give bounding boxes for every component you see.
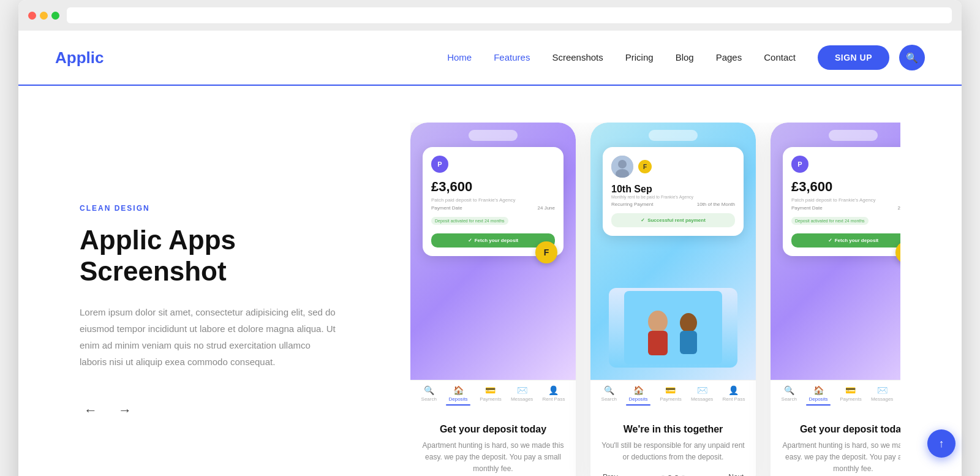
nav-item-home[interactable]: Home <box>447 52 472 63</box>
app-amount-1: £3,600 <box>431 179 555 195</box>
address-bar[interactable] <box>67 7 952 23</box>
app-avatar-3: P <box>791 156 809 173</box>
nav-link-pages[interactable]: Pages <box>716 52 742 62</box>
phone-bottom-nav-1: 🔍 Search 🏠 Deposits 💳 Payments ✉️ <box>410 380 576 412</box>
bottom-label-messages-3: Messages <box>871 396 893 402</box>
bottom-nav-messages-1[interactable]: ✉️ Messages <box>511 385 533 406</box>
search-icon: 🔍 <box>906 52 918 64</box>
bottom-nav-payments-3[interactable]: 💳 Payments <box>840 385 862 406</box>
svg-point-4 <box>648 311 668 333</box>
bottom-nav-deposits-3[interactable]: 🏠 Deposits <box>806 385 831 406</box>
payment-date-val-3: 24 June <box>898 205 900 211</box>
section-tag: CLEAN DESIGN <box>80 204 374 213</box>
app-amount-3: £3,600 <box>791 179 900 195</box>
bottom-label-payments-3: Payments <box>840 396 862 402</box>
bottom-nav-rentpass-2[interactable]: 👤 Rent Pass <box>722 385 745 406</box>
success-badge-2: ✓ Successful rent payment <box>611 213 735 227</box>
fab-card-1: F <box>535 241 557 263</box>
rentpass-icon-2: 👤 <box>728 385 739 395</box>
nav-item-blog[interactable]: Blog <box>676 52 694 63</box>
phone-card-3: P £3,600 Patch paid deposit to Frankie's… <box>771 123 900 476</box>
bottom-nav-messages-2[interactable]: ✉️ Messages <box>691 385 713 406</box>
browser-chrome <box>18 0 962 31</box>
bottom-label-rentpass-2: Rent Pass <box>722 396 745 402</box>
traffic-lights <box>28 12 59 20</box>
active-indicator-1 <box>446 404 470 406</box>
payment-date-val-1: 24 June <box>538 205 555 211</box>
next-text-2[interactable]: Next <box>728 473 744 476</box>
fetch-deposit-btn-1[interactable]: ✓ Fetch your deposit <box>431 233 555 247</box>
page-fab-button[interactable]: ↑ <box>927 429 956 458</box>
app-avatar-1: P <box>431 156 448 173</box>
bottom-nav-rentpass-1[interactable]: 👤 Rent Pass <box>542 385 565 406</box>
fetch-deposit-btn-3[interactable]: ✓ Fetch your deposit <box>791 233 900 247</box>
app-card-together: F 10th Sep Monthly rent to be paid to Fr… <box>603 147 744 236</box>
nav-link-blog[interactable]: Blog <box>676 52 694 62</box>
nav-item-pages[interactable]: Pages <box>716 52 742 63</box>
nav-link-features[interactable]: Features <box>494 52 530 62</box>
nav-item-contact[interactable]: Contact <box>764 52 796 63</box>
bottom-nav-deposits-1[interactable]: 🏠 Deposits <box>446 385 470 406</box>
svg-point-6 <box>680 313 697 333</box>
browser-window: Applic Home Features Screenshots Pricing… <box>18 0 962 476</box>
deposits-icon-1: 🏠 <box>453 385 464 395</box>
app-row-date-3: Payment Date 24 June <box>791 205 900 211</box>
bottom-label-rentpass-1: Rent Pass <box>542 396 565 402</box>
card-info-2: We're in this together You'll still be r… <box>590 412 756 476</box>
messages-icon-1: ✉️ <box>517 385 527 395</box>
check-icon-1: ✓ <box>468 238 472 243</box>
bottom-nav-payments-1[interactable]: 💳 Payments <box>480 385 502 406</box>
nav-link-pricing[interactable]: Pricing <box>625 52 654 62</box>
next-arrow-button[interactable]: → <box>114 399 136 421</box>
app-amount-label-3: Patch paid deposit to Frankie's Agency <box>791 197 900 203</box>
messages-icon-2: ✉️ <box>697 385 707 395</box>
active-indicator-2 <box>626 404 650 406</box>
close-button[interactable] <box>28 12 36 20</box>
card-title-3: Get your deposit today <box>780 424 900 435</box>
app-ui-2: F 10th Sep Monthly rent to be paid to Fr… <box>603 147 744 380</box>
phones-container: P £3,600 Patch paid deposit to Frankie's… <box>410 123 900 476</box>
minimize-button[interactable] <box>40 12 48 20</box>
nav-item-features[interactable]: Features <box>494 52 530 63</box>
site-logo: Applic <box>55 48 104 67</box>
app-avatar-2: F <box>638 160 652 173</box>
bottom-label-messages-1: Messages <box>511 396 533 402</box>
app-card-deposit-1: P £3,600 Patch paid deposit to Frankie's… <box>423 147 564 256</box>
prev-arrow-button[interactable]: ← <box>80 399 102 421</box>
bottom-nav-deposits-2[interactable]: 🏠 Deposits <box>626 385 650 406</box>
bottom-nav-payments-2[interactable]: 💳 Payments <box>660 385 682 406</box>
svg-point-1 <box>618 160 627 168</box>
payments-icon-2: 💳 <box>665 385 676 395</box>
phone-bottom-nav-3: 🔍 Search 🏠 Deposits 💳 Payments ✉️ <box>771 380 900 412</box>
fab-up-icon: ↑ <box>939 437 944 450</box>
nav-item-pricing[interactable]: Pricing <box>625 52 654 63</box>
carousel-navigation: ← → <box>80 399 374 421</box>
bottom-nav-messages-3[interactable]: ✉️ Messages <box>871 385 893 406</box>
phone-card-2: F 10th Sep Monthly rent to be paid to Fr… <box>590 123 756 476</box>
nav-link-home[interactable]: Home <box>447 52 472 62</box>
date-title-2: 10th Sep <box>611 184 735 195</box>
bottom-nav-search-1[interactable]: 🔍 Search <box>421 385 437 406</box>
recurring-label-2: Recurring Payment <box>611 202 653 207</box>
messages-icon-3: ✉️ <box>877 385 888 395</box>
recurring-val-2: 10th of the Month <box>697 202 735 207</box>
search-icon-3: 🔍 <box>784 385 794 395</box>
nav-item-screenshots[interactable]: Screenshots <box>552 52 603 63</box>
search-button[interactable]: 🔍 <box>899 45 925 70</box>
nav-links: Home Features Screenshots Pricing Blog P… <box>447 52 796 63</box>
svg-rect-5 <box>648 331 668 355</box>
bottom-nav-search-2[interactable]: 🔍 Search <box>601 385 617 406</box>
prev-text-2[interactable]: Prev <box>603 473 618 476</box>
bottom-label-deposits-2: Deposits <box>628 396 647 402</box>
maximize-button[interactable] <box>51 12 59 20</box>
bottom-label-payments-2: Payments <box>660 396 682 402</box>
signup-button[interactable]: SIGN UP <box>818 45 889 70</box>
nav-link-screenshots[interactable]: Screenshots <box>552 52 603 62</box>
nav-link-contact[interactable]: Contact <box>764 52 796 62</box>
bottom-nav-search-3[interactable]: 🔍 Search <box>782 385 797 406</box>
deposits-icon-2: 🏠 <box>633 385 644 395</box>
card-desc-2: You'll still be responsible for any unpa… <box>600 440 746 463</box>
check-icon-3: ✓ <box>828 238 832 243</box>
app-ui-1: P £3,600 Patch paid deposit to Frankie's… <box>423 147 564 380</box>
phone-screen-1: P £3,600 Patch paid deposit to Frankie's… <box>410 123 576 380</box>
